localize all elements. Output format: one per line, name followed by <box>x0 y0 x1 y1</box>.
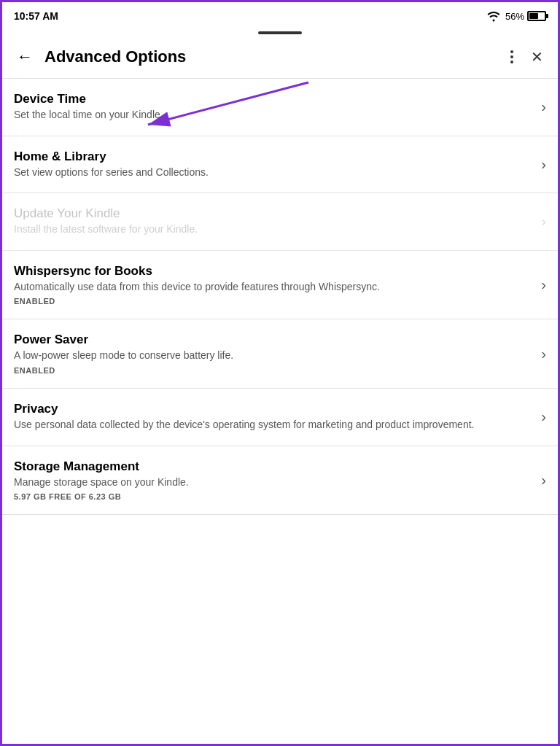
storage-management-desc: Manage storage space on your Kindle. <box>14 475 532 490</box>
swipe-bar <box>258 31 302 34</box>
privacy-title: Privacy <box>14 402 532 416</box>
close-button[interactable]: ✕ <box>528 45 546 69</box>
status-bar: 10:57 AM 56% <box>2 2 558 28</box>
storage-management-title: Storage Management <box>14 459 532 474</box>
settings-item-device-time[interactable]: Device Time Set the local time on your K… <box>2 79 558 136</box>
privacy-chevron: › <box>541 408 546 425</box>
back-button[interactable]: ← <box>14 44 36 69</box>
whispersync-title: Whispersync for Books <box>14 264 532 279</box>
more-options-button[interactable] <box>508 47 516 66</box>
whispersync-badge: ENABLED <box>14 297 532 306</box>
settings-item-storage-management[interactable]: Storage Management Manage storage space … <box>2 446 558 516</box>
settings-item-whispersync[interactable]: Whispersync for Books Automatically use … <box>2 251 558 320</box>
device-time-chevron: › <box>541 98 546 115</box>
status-icons: 56% <box>486 10 546 22</box>
swipe-indicator <box>2 28 558 36</box>
power-saver-chevron: › <box>541 346 546 362</box>
storage-management-chevron: › <box>541 472 546 489</box>
whispersync-desc: Automatically use data from this device … <box>14 280 532 295</box>
toolbar-left: ← Advanced Options <box>14 44 186 69</box>
battery-percent: 56% <box>505 11 524 22</box>
privacy-desc: Use personal data collected by the devic… <box>14 418 532 432</box>
device-time-desc: Set the local time on your Kindle. <box>14 108 532 123</box>
power-saver-badge: ENABLED <box>14 366 532 375</box>
settings-item-power-saver[interactable]: Power Saver A low-power sleep mode to co… <box>2 319 558 389</box>
battery-container: 56% <box>505 11 546 22</box>
settings-item-update-kindle[interactable]: Update Your Kindle Install the latest so… <box>2 193 558 251</box>
toolbar: ← Advanced Options ✕ <box>2 36 558 79</box>
page-title: Advanced Options <box>44 47 186 66</box>
whispersync-chevron: › <box>541 276 546 293</box>
home-library-chevron: › <box>541 156 546 173</box>
battery-icon <box>527 11 546 21</box>
home-library-title: Home & Library <box>14 149 532 164</box>
settings-list: Device Time Set the local time on your K… <box>2 79 558 515</box>
settings-item-privacy[interactable]: Privacy Use personal data collected by t… <box>2 389 558 446</box>
update-kindle-chevron: › <box>541 213 546 230</box>
wifi-icon <box>486 10 501 22</box>
device-time-title: Device Time <box>14 92 532 106</box>
home-library-desc: Set view options for series and Collecti… <box>14 166 532 180</box>
three-dots-icon <box>510 50 513 63</box>
status-time: 10:57 AM <box>14 10 58 22</box>
update-kindle-title: Update Your Kindle <box>14 206 532 221</box>
update-kindle-desc: Install the latest software for your Kin… <box>14 222 532 237</box>
toolbar-right: ✕ <box>508 45 546 69</box>
power-saver-title: Power Saver <box>14 333 532 347</box>
storage-management-badge: 5.97 GB FREE OF 6.23 GB <box>14 492 532 501</box>
settings-item-home-library[interactable]: Home & Library Set view options for seri… <box>2 136 558 194</box>
power-saver-desc: A low-power sleep mode to conserve batte… <box>14 349 532 363</box>
